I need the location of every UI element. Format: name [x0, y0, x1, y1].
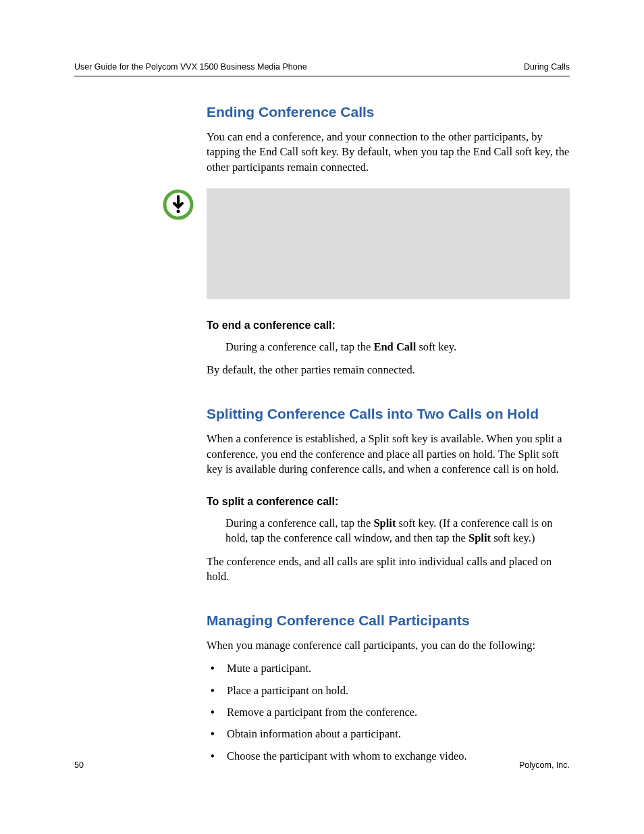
heading-ending-conference: Ending Conference Calls: [207, 104, 570, 120]
callout-box: [207, 188, 570, 299]
list-item: Remove a participant from the conference…: [207, 705, 570, 720]
header-right: During Calls: [524, 62, 570, 72]
heading-splitting: Splitting Conference Calls into Two Call…: [207, 406, 570, 422]
step-split-call: During a conference call, tap the Split …: [225, 516, 570, 546]
para-split-result: The conference ends, and all calls are s…: [207, 554, 570, 585]
list-item: Obtain information about a participant.: [207, 727, 570, 741]
subhead-end-call: To end a conference call:: [207, 319, 570, 332]
para-split-intro: When a conference is established, a Spli…: [207, 432, 570, 477]
callout-note: [162, 188, 570, 299]
para-end-note: By default, the other parties remain con…: [207, 363, 570, 377]
para-manage-intro: When you manage conference call particip…: [207, 638, 570, 653]
body-content-cont: To end a conference call: During a confe…: [207, 319, 570, 764]
text: soft key.): [491, 531, 535, 544]
page-header: User Guide for the Polycom VVX 1500 Busi…: [74, 62, 570, 77]
tip-icon: [162, 188, 194, 224]
body-content: Ending Conference Calls You can end a co…: [207, 77, 570, 175]
list-item: Place a participant on hold.: [207, 683, 570, 698]
list-item: Mute a participant.: [207, 661, 570, 676]
text: During a conference call, tap the: [225, 340, 373, 353]
text: soft key.: [416, 340, 456, 353]
bold-split-1: Split: [373, 517, 396, 529]
page-footer: 50 Polycom, Inc.: [74, 760, 570, 770]
page-number: 50: [74, 760, 84, 770]
step-end-call: During a conference call, tap the End Ca…: [225, 340, 570, 355]
document-page: User Guide for the Polycom VVX 1500 Busi…: [0, 0, 644, 834]
company-name: Polycom, Inc.: [519, 760, 570, 770]
bold-end-call: End Call: [373, 340, 416, 353]
bullet-list: Mute a participant. Place a participant …: [207, 661, 570, 763]
para-ending-intro: You can end a conference, and your conne…: [207, 130, 570, 175]
svg-point-1: [177, 209, 180, 213]
bold-split-2: Split: [468, 531, 491, 544]
header-left: User Guide for the Polycom VVX 1500 Busi…: [74, 62, 307, 72]
text: During a conference call, tap the: [225, 517, 373, 529]
heading-managing: Managing Conference Call Participants: [207, 613, 570, 629]
subhead-split-call: To split a conference call:: [207, 496, 570, 508]
